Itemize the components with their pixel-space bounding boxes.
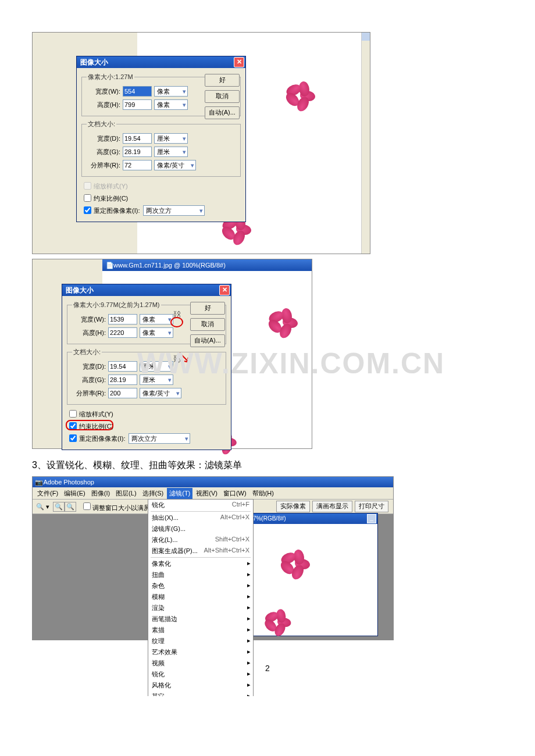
doc-width-unit-select[interactable]: 厘米	[140, 361, 173, 372]
doc-height-unit-select[interactable]: 厘米	[140, 375, 173, 385]
dialog-title: 图像大小	[80, 58, 108, 66]
width-unit-select[interactable]: 像素	[140, 314, 173, 324]
width-input[interactable]	[123, 86, 152, 97]
toolbar-button[interactable]: 满画布显示	[312, 501, 352, 512]
filter-menu-item[interactable]: 渲染▸	[148, 602, 253, 614]
dialog-title: 图像大小	[66, 286, 94, 294]
doc-height-input[interactable]	[108, 375, 137, 385]
filter-menu-item[interactable]: 像素化▸	[148, 558, 253, 569]
height-unit-select[interactable]: 像素	[154, 99, 188, 110]
doc-titlebar[interactable]: 📄 www.Gm1.cn711.jpg @ 100%(RGB/8#)	[102, 259, 312, 271]
doc-width-label: 宽度(D):	[87, 134, 123, 143]
zoom-out-icon[interactable]: 🔍	[65, 502, 76, 512]
resolution-input[interactable]	[108, 388, 137, 398]
filter-menu-item[interactable]: 纹理▸	[148, 636, 253, 647]
screenshot-3: 📷 Adobe Photoshop 文件(F)编辑(E)图像(I)图层(L)选择…	[32, 476, 394, 640]
resample-check[interactable]: 重定图像像素(I): 两次立方	[81, 205, 241, 216]
ok-button[interactable]: 好	[190, 302, 225, 315]
filter-menu-item[interactable]: 锐化▸	[148, 669, 253, 680]
filter-menu-item[interactable]: 其它▸	[148, 691, 253, 696]
menubar: 文件(F)编辑(E)图像(I)图层(L)选择(S)滤镜(T)视图(V)窗口(W)…	[33, 487, 393, 500]
doc-window-titlebar[interactable]: 66.7%(RGB/8#) _	[242, 513, 377, 524]
filter-menu-item[interactable]: 模糊▸	[148, 591, 253, 602]
doc-width-label: 宽度(D):	[72, 362, 108, 371]
filter-menu-item[interactable]: 视频▸	[148, 658, 253, 669]
document-size-legend: 文档大小:	[72, 348, 102, 356]
width-input[interactable]	[108, 314, 137, 324]
close-icon[interactable]: ✕	[219, 285, 230, 295]
filter-menu-item[interactable]: 画笔描边▸	[148, 614, 253, 625]
doc-height-input[interactable]	[123, 147, 152, 157]
app-title: Adobe Photoshop	[43, 479, 94, 486]
screenshot-1: 图像大小 ✕ 好 取消 自动(A)... 像素大小:1.27M 宽度(W): 像…	[32, 32, 370, 254]
menu-item-6[interactable]: 视图(V)	[194, 488, 220, 499]
width-unit-select[interactable]: 像素	[154, 86, 188, 97]
document-window[interactable]: 66.7%(RGB/8#) _	[242, 513, 378, 636]
resolution-unit-select[interactable]: 像素/英寸	[154, 160, 196, 170]
cancel-button[interactable]: 取消	[190, 318, 225, 331]
toolbar-button[interactable]: 实际像素	[276, 501, 310, 512]
filter-menu-item[interactable]: 艺术效果▸	[148, 647, 253, 658]
resample-method-select[interactable]: 两次立方	[129, 433, 190, 444]
app-titlebar[interactable]: 📷 Adobe Photoshop	[33, 477, 393, 487]
menu-item-0[interactable]: 文件(F)	[35, 488, 60, 499]
close-icon[interactable]: ✕	[234, 57, 244, 67]
doc-title: www.Gm1.cn711.jpg @ 100%(RGB/8#)	[113, 262, 226, 269]
filter-menu-item[interactable]: 素描▸	[148, 625, 253, 636]
toolbar-button[interactable]: 打印尺寸	[355, 501, 388, 512]
section-3-heading: 3、设置锐化、模糊、纹理、扭曲等效果：滤镜菜单	[32, 459, 503, 472]
height-input[interactable]	[123, 99, 152, 110]
annotation-circle	[170, 317, 183, 327]
filter-menu-item[interactable]: 图案生成器(P)...Alt+Shift+Ctrl+X	[148, 545, 253, 557]
filter-menu-item[interactable]: 液化(L)...Shift+Ctrl+X	[148, 534, 253, 545]
pixel-dimensions-legend: 像素大小:1.27M	[87, 73, 134, 81]
ok-button[interactable]: 好	[205, 74, 240, 87]
annotation-arrow	[179, 352, 192, 366]
image-size-dialog-2: 图像大小 ✕ 好 取消 自动(A)... 像素大小:9.77M(之前为1.27M…	[62, 284, 231, 450]
doc-width-input[interactable]	[108, 361, 137, 372]
resolution-unit-select[interactable]: 像素/英寸	[140, 388, 181, 398]
scrollbar[interactable]	[361, 33, 370, 254]
menu-item-5[interactable]: 滤镜(T)	[167, 488, 192, 499]
scale-styles-check[interactable]: 缩放样式(Y)	[81, 180, 241, 191]
doc-height-unit-select[interactable]: 厘米	[154, 147, 188, 157]
auto-button[interactable]: 自动(A)...	[205, 106, 240, 119]
filter-menu-item[interactable]: 扭曲▸	[148, 569, 253, 580]
resize-window-check[interactable]	[83, 502, 91, 510]
menu-item-2[interactable]: 图像(I)	[89, 488, 112, 499]
filter-menu-item[interactable]: 锐化Ctrl+F	[148, 500, 253, 511]
cancel-button[interactable]: 取消	[205, 90, 240, 103]
filter-menu-item[interactable]: 风格化▸	[148, 680, 253, 691]
resolution-label: 分辨率(R):	[87, 161, 123, 170]
doc-width-input[interactable]	[123, 133, 152, 144]
menu-item-3[interactable]: 图层(L)	[113, 488, 138, 499]
filter-menu-item[interactable]: 杂色▸	[148, 580, 253, 591]
height-unit-select[interactable]: 像素	[140, 327, 173, 338]
resolution-input[interactable]	[123, 160, 152, 170]
scale-styles-check[interactable]: 缩放样式(Y)	[67, 408, 226, 419]
doc-height-label: 高度(G):	[87, 148, 123, 156]
zoom-in-icon[interactable]: 🔍	[53, 502, 65, 512]
resample-method-select[interactable]: 两次立方	[143, 205, 205, 216]
menu-item-4[interactable]: 选择(S)	[140, 488, 166, 499]
menu-item-8[interactable]: 帮助(H)	[250, 488, 276, 499]
minimize-icon[interactable]: _	[367, 514, 376, 523]
resolution-label: 分辨率(R):	[72, 389, 108, 398]
pixel-dimensions-legend: 像素大小:9.77M(之前为1.27M)	[72, 301, 161, 309]
menu-item-7[interactable]: 窗口(W)	[221, 488, 249, 499]
auto-button[interactable]: 自动(A)...	[190, 334, 225, 347]
resample-check[interactable]: 重定图像像素(I): 两次立方	[67, 433, 226, 444]
doc-width-unit-select[interactable]: 厘米	[154, 133, 188, 144]
constrain-proportions-check[interactable]: 约束比例(C)	[67, 420, 226, 432]
menu-item-1[interactable]: 编辑(E)	[62, 488, 88, 499]
filter-menu-item[interactable]: 滤镜库(G)...	[148, 523, 253, 534]
height-input[interactable]	[108, 327, 137, 338]
dialog-titlebar[interactable]: 图像大小 ✕	[62, 284, 231, 296]
document-size-legend: 文档大小:	[87, 120, 116, 129]
filter-menu-item[interactable]: 抽出(X)...Alt+Ctrl+X	[148, 512, 253, 523]
dialog-titlebar[interactable]: 图像大小 ✕	[77, 56, 245, 68]
zoom-tool-icon[interactable]: 🔍 ▾	[36, 503, 49, 511]
filter-menu-dropdown: 锐化Ctrl+F抽出(X)...Alt+Ctrl+X滤镜库(G)...液化(L)…	[148, 499, 254, 696]
width-label: 宽度(W):	[87, 87, 123, 96]
constrain-proportions-check[interactable]: 约束比例(C)	[81, 192, 241, 204]
